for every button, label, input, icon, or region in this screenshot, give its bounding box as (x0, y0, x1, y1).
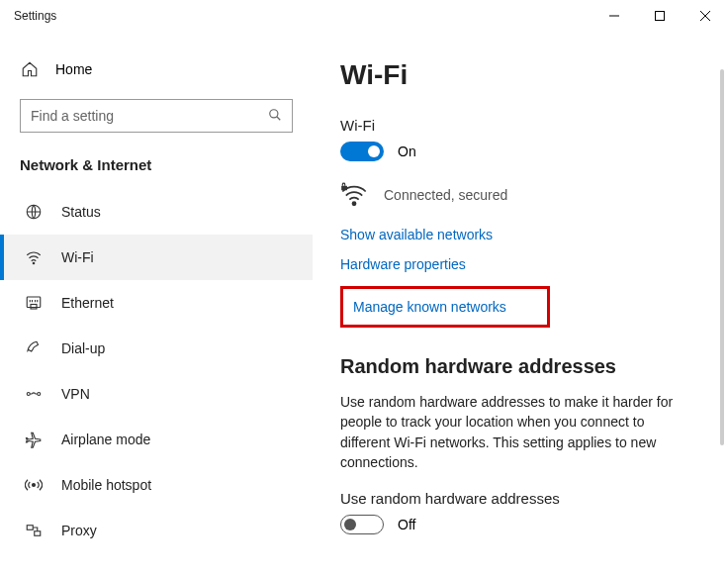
airplane-icon (24, 430, 44, 449)
svg-rect-8 (27, 297, 41, 308)
sidebar-item-status[interactable]: Status (0, 189, 313, 235)
nav-label: Ethernet (61, 295, 114, 311)
minimize-button[interactable] (592, 0, 637, 32)
close-icon (700, 11, 710, 21)
window-controls (592, 0, 728, 32)
content-pane: Wi-Fi Wi-Fi On Connected, secured Show a… (313, 32, 728, 577)
svg-rect-9 (31, 305, 37, 310)
link-manage-known-networks[interactable]: Manage known networks (353, 293, 506, 321)
search-placeholder: Find a setting (31, 108, 114, 124)
svg-rect-20 (341, 186, 347, 191)
nav-list: Status Wi-Fi Ethernet Dial-up (0, 189, 313, 553)
nav-label: Wi-Fi (61, 249, 94, 265)
sidebar-item-hotspot[interactable]: Mobile hotspot (0, 462, 313, 508)
home-button[interactable]: Home (0, 53, 313, 85)
svg-rect-17 (27, 526, 33, 530)
svg-line-5 (277, 116, 281, 120)
connection-status-text: Connected, secured (384, 187, 507, 203)
window-title: Settings (14, 9, 56, 23)
wifi-secured-icon (340, 181, 368, 209)
nav-label: Status (61, 204, 101, 220)
highlight-manage-known: Manage known networks (340, 286, 550, 328)
category-header: Network & Internet (0, 150, 313, 189)
nav-label: Airplane mode (61, 432, 150, 447)
wifi-toggle[interactable] (340, 142, 384, 161)
status-icon (24, 202, 44, 222)
link-show-available[interactable]: Show available networks (340, 227, 704, 242)
sidebar-item-ethernet[interactable]: Ethernet (0, 280, 313, 326)
maximize-icon (655, 11, 665, 21)
svg-point-4 (270, 109, 278, 117)
svg-rect-18 (35, 531, 41, 536)
home-label: Home (55, 61, 92, 77)
svg-rect-1 (656, 12, 665, 21)
minimize-icon (609, 11, 619, 21)
sidebar-item-airplane[interactable]: Airplane mode (0, 417, 313, 462)
hotspot-icon (24, 475, 44, 495)
svg-point-14 (27, 393, 30, 396)
random-section-body: Use random hardware addresses to make it… (340, 392, 696, 472)
ethernet-icon (24, 293, 44, 313)
random-toggle-state: Off (398, 517, 415, 532)
nav-label: VPN (61, 386, 90, 402)
random-section-title: Random hardware addresses (340, 355, 704, 378)
svg-point-16 (33, 484, 36, 487)
search-icon (268, 108, 282, 125)
wifi-toggle-label: Wi-Fi (340, 117, 704, 134)
svg-point-15 (38, 393, 41, 396)
home-icon (20, 59, 40, 79)
wifi-icon (24, 247, 44, 267)
maximize-button[interactable] (637, 0, 682, 32)
random-toggle-label: Use random hardware addresses (340, 490, 704, 507)
nav-label: Proxy (61, 523, 97, 538)
toggle-knob (368, 145, 380, 157)
sidebar-item-vpn[interactable]: VPN (0, 371, 313, 417)
sidebar: Home Find a setting Network & Internet S… (0, 32, 313, 577)
svg-point-7 (33, 262, 35, 264)
link-hardware-properties[interactable]: Hardware properties (340, 256, 704, 272)
vpn-icon (24, 384, 44, 404)
sidebar-item-proxy[interactable]: Proxy (0, 508, 313, 553)
titlebar: Settings (0, 0, 728, 32)
sidebar-item-wifi[interactable]: Wi-Fi (0, 235, 313, 280)
wifi-toggle-state: On (398, 144, 416, 159)
nav-label: Dial-up (61, 340, 105, 356)
toggle-knob (344, 519, 356, 530)
scrollbar[interactable] (720, 69, 724, 445)
page-title: Wi-Fi (340, 59, 704, 91)
dialup-icon (24, 338, 44, 358)
close-button[interactable] (682, 0, 728, 32)
nav-label: Mobile hotspot (61, 477, 151, 493)
svg-point-19 (352, 202, 355, 205)
proxy-icon (24, 521, 44, 540)
random-toggle[interactable] (340, 515, 384, 534)
connection-status-row: Connected, secured (340, 181, 704, 209)
sidebar-item-dialup[interactable]: Dial-up (0, 326, 313, 371)
search-input[interactable]: Find a setting (20, 99, 293, 133)
